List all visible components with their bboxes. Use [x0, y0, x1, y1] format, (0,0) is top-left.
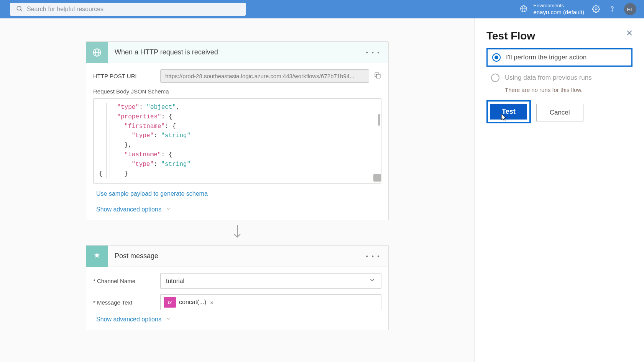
panel-title: Test Flow: [486, 30, 632, 42]
radio-icon: [491, 74, 499, 82]
radio-previous-runs[interactable]: Using data from previous runs: [486, 70, 632, 86]
show-advanced-options[interactable]: Show advanced options: [93, 206, 381, 213]
http-request-icon: [86, 42, 108, 63]
channel-name-label: * Channel Name: [93, 278, 160, 284]
sample-payload-link[interactable]: Use sample payload to generate schema: [93, 190, 208, 197]
radio-icon: [492, 53, 501, 62]
message-text-label: * Message Text: [93, 299, 160, 306]
environment-selector[interactable]: Environments enayu.com (default): [519, 3, 584, 16]
environment-value: enayu.com (default): [533, 9, 584, 16]
card-menu-button[interactable]: ● ● ●: [358, 50, 388, 54]
schema-label: Request Body JSON Schema: [93, 88, 381, 95]
json-schema-editor[interactable]: { "type": "object", "properties": { "fir…: [93, 98, 381, 183]
fx-badge-icon: fx: [164, 297, 176, 308]
channel-value: tutorial: [166, 278, 184, 285]
post-message-icon: [86, 246, 108, 267]
search-container[interactable]: [10, 3, 246, 16]
remove-expression-icon[interactable]: ×: [210, 299, 214, 306]
settings-icon[interactable]: [592, 5, 600, 14]
svg-point-0: [17, 6, 21, 10]
copy-icon[interactable]: [374, 72, 381, 80]
channel-name-dropdown[interactable]: tutorial: [160, 273, 381, 289]
trigger-card-header[interactable]: When a HTTP request is received ● ● ●: [86, 42, 388, 63]
flow-canvas: When a HTTP request is received ● ● ● HT…: [0, 18, 475, 362]
cancel-button[interactable]: Cancel: [536, 104, 583, 121]
card-menu-button[interactable]: ● ● ●: [358, 254, 388, 258]
svg-point-6: [612, 10, 612, 11]
environments-label: Environments: [533, 3, 584, 9]
radio-label: I'll perform the trigger action: [506, 54, 586, 61]
chevron-down-icon: [369, 277, 376, 285]
show-advanced-options[interactable]: Show advanced options: [93, 316, 381, 323]
no-runs-message: There are no runs for this flow.: [505, 87, 632, 93]
search-input[interactable]: [27, 6, 246, 13]
action-card-post-message: Post message ● ● ● * Channel Name tutori…: [86, 245, 389, 330]
connector-arrow-icon: [233, 225, 242, 242]
trigger-card-http-request: When a HTTP request is received ● ● ● HT…: [86, 41, 389, 220]
radio-label: Using data from previous runs: [505, 74, 592, 82]
close-icon[interactable]: [626, 29, 633, 39]
radio-trigger-action[interactable]: I'll perform the trigger action: [486, 48, 632, 67]
svg-point-5: [595, 8, 597, 10]
chevron-down-icon: [165, 316, 171, 323]
chevron-down-icon: [165, 206, 171, 213]
svg-rect-10: [376, 74, 380, 78]
user-avatar[interactable]: HL: [624, 3, 636, 15]
search-icon: [16, 5, 23, 13]
url-label: HTTP POST URL: [93, 73, 160, 79]
test-flow-panel: Test Flow I'll perform the trigger actio…: [475, 18, 644, 362]
top-right: Environments enayu.com (default) HL: [519, 3, 636, 16]
test-button[interactable]: Test: [490, 104, 527, 120]
top-bar: Environments enayu.com (default) HL: [0, 0, 644, 18]
action-card-title: Post message: [108, 252, 358, 260]
message-text-input[interactable]: fx concat(...) ×: [160, 294, 381, 310]
url-value-box: https://prod-28.southeastasia.logic.azur…: [160, 69, 369, 83]
trigger-card-title: When a HTTP request is received: [108, 48, 358, 56]
globe-icon: [519, 5, 528, 14]
help-icon[interactable]: [608, 5, 616, 14]
action-card-header[interactable]: Post message ● ● ●: [86, 246, 388, 267]
svg-line-1: [20, 10, 22, 11]
fx-expression-text: concat(...): [179, 299, 206, 306]
